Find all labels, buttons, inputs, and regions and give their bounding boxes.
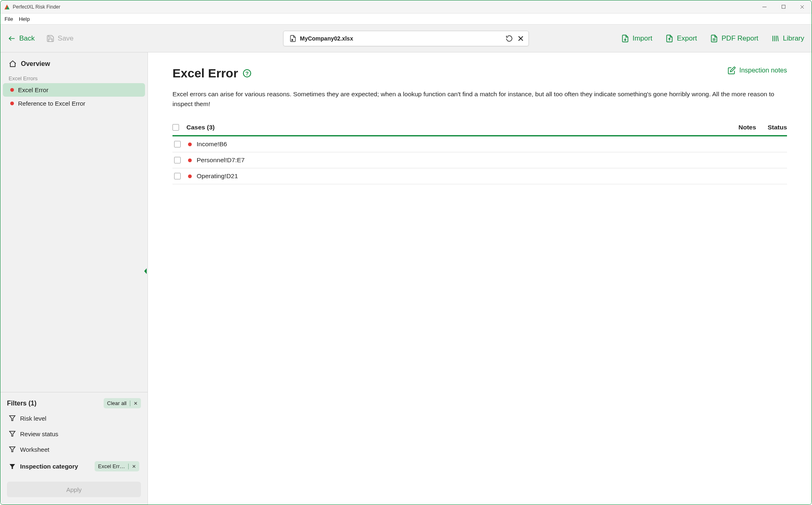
svg-marker-17 xyxy=(9,416,15,421)
title-bar: PerfectXL Risk Finder xyxy=(0,0,812,14)
inspection-notes-button[interactable]: Inspection notes xyxy=(728,66,787,75)
main-panel: Excel Error ? Inspection notes Excel err… xyxy=(148,52,812,505)
inspection-chip[interactable]: Excel Err… ✕ xyxy=(95,461,139,471)
svg-marker-16 xyxy=(144,268,147,274)
filter-solid-icon xyxy=(9,463,16,470)
window-maximize-button[interactable] xyxy=(774,0,793,14)
select-all-checkbox[interactable] xyxy=(172,124,179,131)
case-checkbox[interactable] xyxy=(174,141,181,147)
cases-header: Cases (3) Notes Status xyxy=(172,124,787,135)
back-label: Back xyxy=(19,34,35,43)
sidebar-section-label: Excel Errors xyxy=(0,74,147,83)
arrow-left-icon xyxy=(8,34,16,43)
filename: MyCompany02.xlsx xyxy=(300,35,505,42)
apply-button[interactable]: Apply xyxy=(7,482,141,497)
case-row[interactable]: Income!B6 xyxy=(172,136,787,152)
filter-risk-level[interactable]: Risk level xyxy=(7,412,141,424)
export-button[interactable]: Export xyxy=(665,34,697,43)
import-button[interactable]: Import xyxy=(621,34,652,43)
filter-review-status[interactable]: Review status xyxy=(7,428,141,439)
menu-bar: File Help xyxy=(0,14,812,25)
x-icon: ✕ xyxy=(132,464,136,469)
undo-icon xyxy=(506,35,513,42)
sidebar-item-reference-error[interactable]: Reference to Excel Error xyxy=(0,97,147,110)
case-label: Operating!D21 xyxy=(197,172,238,180)
window-close-button[interactable] xyxy=(793,0,812,14)
filter-icon xyxy=(9,446,16,453)
filter-icon xyxy=(9,414,16,422)
library-button[interactable]: Library xyxy=(771,34,804,43)
save-label: Save xyxy=(58,34,74,43)
close-file-button[interactable] xyxy=(516,34,525,43)
risk-dot-icon xyxy=(188,159,192,162)
window-minimize-button[interactable] xyxy=(755,0,774,14)
clear-all-label: Clear all xyxy=(107,400,127,406)
home-icon xyxy=(9,60,17,68)
app-title: PerfectXL Risk Finder xyxy=(13,4,60,10)
risk-dot-icon xyxy=(188,174,192,178)
library-icon xyxy=(771,34,780,43)
inspection-chip-label: Excel Err… xyxy=(98,463,125,469)
app-icon xyxy=(4,4,10,10)
svg-marker-18 xyxy=(9,431,15,436)
close-icon xyxy=(517,35,524,42)
case-checkbox[interactable] xyxy=(174,173,181,179)
sidebar-item-label: Reference to Excel Error xyxy=(18,100,85,107)
column-status: Status xyxy=(768,124,787,131)
pdf-report-label: PDF Report xyxy=(721,34,758,43)
help-icon[interactable]: ? xyxy=(243,69,251,77)
clear-all-chip[interactable]: Clear all ✕ xyxy=(104,398,141,408)
case-label: Personnel!D7:E7 xyxy=(197,156,245,164)
file-pill: x MyCompany02.xlsx xyxy=(283,31,529,46)
svg-marker-19 xyxy=(9,447,15,452)
cases-label: Cases (3) xyxy=(186,124,215,131)
save-icon xyxy=(46,34,54,43)
filter-inspection-category-label: Inspection category xyxy=(20,463,78,470)
filters-title: Filters (1) xyxy=(7,400,36,407)
refresh-button[interactable] xyxy=(505,34,514,43)
caret-left-icon xyxy=(143,267,147,275)
back-button[interactable]: Back xyxy=(8,34,35,43)
content: Overview Excel Errors Excel Error Refere… xyxy=(0,52,812,505)
file-excel-icon: x xyxy=(289,35,297,42)
case-row[interactable]: Operating!D21 xyxy=(172,168,787,184)
risk-dot-icon xyxy=(10,102,14,105)
export-icon xyxy=(665,34,674,43)
filter-review-status-label: Review status xyxy=(20,430,58,437)
page-title: Excel Error xyxy=(172,66,238,80)
page-description: Excel errors can arise for various reaso… xyxy=(172,89,787,109)
import-label: Import xyxy=(633,34,652,43)
save-button[interactable]: Save xyxy=(46,34,74,43)
sidebar: Overview Excel Errors Excel Error Refere… xyxy=(0,52,148,505)
pdf-report-button[interactable]: PDF Report xyxy=(710,34,758,43)
x-icon: ✕ xyxy=(134,401,138,406)
sidebar-collapse-handle[interactable] xyxy=(143,265,148,277)
svg-marker-20 xyxy=(9,464,15,469)
toolbar: Back Save x MyCompany02.xlsx Import Expo… xyxy=(0,25,812,52)
sidebar-item-label: Excel Error xyxy=(18,86,48,93)
case-label: Income!B6 xyxy=(197,140,227,148)
apply-label: Apply xyxy=(66,486,82,493)
overview-label: Overview xyxy=(21,60,50,68)
export-label: Export xyxy=(677,34,697,43)
library-label: Library xyxy=(783,34,804,43)
case-checkbox[interactable] xyxy=(174,157,181,163)
inspection-notes-label: Inspection notes xyxy=(739,67,787,74)
column-notes: Notes xyxy=(739,124,756,131)
filter-worksheet[interactable]: Worksheet xyxy=(7,444,141,455)
risk-dot-icon xyxy=(188,143,192,146)
import-icon xyxy=(621,34,629,43)
filter-risk-level-label: Risk level xyxy=(20,415,46,422)
edit-icon xyxy=(728,66,736,75)
svg-text:x: x xyxy=(292,38,293,41)
overview-link[interactable]: Overview xyxy=(0,52,147,74)
pdf-icon xyxy=(710,34,718,43)
sidebar-item-excel-error[interactable]: Excel Error xyxy=(3,83,145,97)
svg-line-15 xyxy=(778,36,778,41)
menu-help[interactable]: Help xyxy=(19,16,30,22)
menu-file[interactable]: File xyxy=(5,16,13,22)
svg-rect-1 xyxy=(782,5,785,8)
case-row[interactable]: Personnel!D7:E7 xyxy=(172,152,787,168)
filter-inspection-category[interactable]: Inspection category Excel Err… ✕ xyxy=(7,459,141,473)
filters-panel: Filters (1) Clear all ✕ Risk level Revie… xyxy=(0,392,147,505)
